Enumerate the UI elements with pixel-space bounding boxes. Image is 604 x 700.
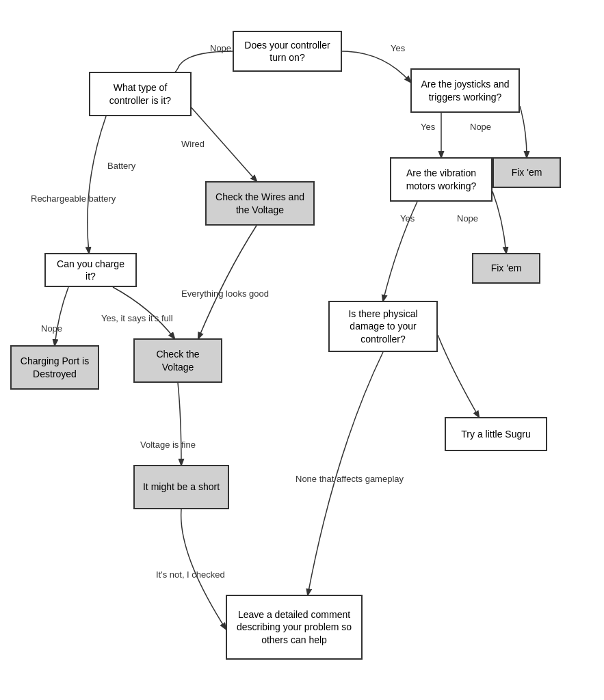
can-charge-node: Can you charge it? [44, 253, 137, 287]
label-wired: Wired [181, 139, 205, 149]
leave-comment-node: Leave a detailed comment describing your… [226, 595, 363, 660]
sugru-node: Try a little Sugru [445, 417, 547, 451]
label-voltage-fine: Voltage is fine [140, 440, 196, 450]
label-yes-top: Yes [391, 43, 405, 53]
fix-em-1-node: Fix 'em [493, 157, 561, 188]
label-yes-joysticks: Yes [421, 122, 435, 132]
label-yes-full: Yes, it says it's full [101, 313, 173, 323]
check-voltage-node: Check the Voltage [133, 338, 222, 383]
vibration-node: Are the vibration motors working? [390, 157, 493, 202]
label-nope-vibration: Nope [457, 213, 478, 224]
check-wires-node: Check the Wires and the Voltage [205, 181, 315, 226]
label-everything-good: Everything looks good [181, 288, 269, 299]
flowchart: Does your controller turn on? What type … [0, 0, 604, 700]
label-nope-charge: Nope [41, 323, 62, 334]
short-node: It might be a short [133, 465, 229, 509]
label-battery: Battery [107, 161, 135, 171]
fix-em-2-node: Fix 'em [472, 253, 540, 284]
label-none-gameplay: None that affects gameplay [296, 474, 404, 484]
label-rechargeable: Rechargeable battery [31, 193, 116, 204]
does-turn-on-node: Does your controller turn on? [233, 31, 342, 72]
label-not-checked: It's not, I checked [156, 569, 225, 580]
joysticks-node: Are the joysticks and triggers working? [410, 68, 520, 113]
label-nope-top: Nope [210, 43, 231, 53]
what-type-node: What type of controller is it? [89, 72, 192, 116]
label-nope-joysticks: Nope [470, 122, 491, 132]
label-yes-vibration: Yes [400, 213, 415, 224]
physical-damage-node: Is there physical damage to your control… [328, 301, 438, 352]
charging-port-node: Charging Port is Destroyed [10, 345, 99, 390]
